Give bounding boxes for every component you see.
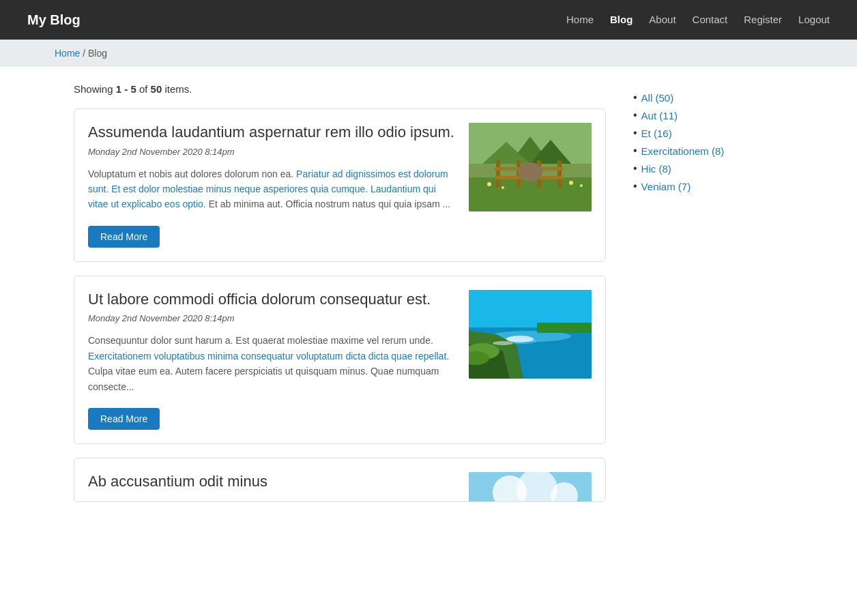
post-inner: Ab accusantium odit minus bbox=[88, 472, 592, 502]
svg-point-25 bbox=[506, 336, 534, 342]
post-excerpt: Voluptatum et nobis aut dolores dolorum … bbox=[88, 166, 455, 212]
svg-point-16 bbox=[580, 184, 583, 187]
post-date: Monday 2nd November 2020 8:14pm bbox=[88, 313, 455, 323]
post-text: Ut labore commodi officia dolorum conseq… bbox=[88, 290, 455, 430]
post-title: Assumenda laudantium aspernatur rem illo… bbox=[88, 123, 455, 143]
post-image-fence bbox=[469, 123, 592, 211]
post-image-sky bbox=[469, 472, 592, 502]
svg-point-13 bbox=[487, 182, 491, 186]
breadcrumb: Home / Blog bbox=[0, 40, 857, 67]
svg-rect-24 bbox=[537, 323, 592, 333]
post-card: Ut labore commodi officia dolorum conseq… bbox=[74, 276, 606, 444]
nav-home[interactable]: Home bbox=[566, 14, 594, 25]
svg-point-14 bbox=[502, 186, 504, 189]
post-title: Ab accusantium odit minus bbox=[88, 472, 455, 492]
post-inner: Ut labore commodi officia dolorum conseq… bbox=[88, 290, 592, 430]
nav-contact[interactable]: Contact bbox=[693, 14, 728, 25]
category-et[interactable]: Et (16) bbox=[641, 128, 672, 139]
svg-rect-6 bbox=[496, 160, 500, 188]
showing-total: 50 bbox=[151, 83, 162, 95]
post-date: Monday 2nd November 2020 8:14pm bbox=[88, 147, 455, 157]
svg-rect-1 bbox=[469, 177, 592, 211]
navbar: My Blog Home Blog About Contact Register… bbox=[0, 0, 857, 40]
post-text: Assumenda laudantium aspernatur rem illo… bbox=[88, 123, 455, 248]
main-column: Showing 1 - 5 of 50 items. Assumenda lau… bbox=[74, 83, 606, 516]
post-excerpt: Consequuntur dolor sunt harum a. Est qua… bbox=[88, 333, 455, 394]
breadcrumb-current: Blog bbox=[88, 48, 107, 59]
category-hic[interactable]: Hic (8) bbox=[641, 163, 671, 175]
breadcrumb-home[interactable]: Home bbox=[55, 48, 80, 59]
sidebar-list-item: Veniam (7) bbox=[633, 180, 783, 192]
sidebar-list-item: Hic (8) bbox=[633, 162, 783, 175]
nav-logout[interactable]: Logout bbox=[798, 14, 830, 25]
post-title: Ut labore commodi officia dolorum conseq… bbox=[88, 290, 455, 310]
sidebar-list-item: Aut (11) bbox=[633, 109, 783, 121]
svg-point-15 bbox=[569, 181, 573, 185]
nav-register[interactable]: Register bbox=[744, 14, 782, 25]
post-card: Assumenda laudantium aspernatur rem illo… bbox=[74, 108, 606, 262]
post-card-partial: Ab accusantium odit minus bbox=[74, 458, 606, 502]
category-aut[interactable]: Aut (11) bbox=[641, 110, 678, 121]
read-more-button[interactable]: Read More bbox=[88, 408, 160, 430]
post-text: Ab accusantium odit minus bbox=[88, 472, 455, 502]
svg-point-12 bbox=[518, 162, 542, 181]
svg-point-26 bbox=[493, 341, 513, 345]
sidebar-list-item: Et (16) bbox=[633, 127, 783, 139]
showing-range: 1 - 5 bbox=[116, 83, 136, 95]
post-inner: Assumenda laudantium aspernatur rem illo… bbox=[88, 123, 592, 248]
page-content: Showing 1 - 5 of 50 items. Assumenda lau… bbox=[19, 67, 838, 532]
sidebar-list-item: Exercitationem (8) bbox=[633, 145, 783, 157]
showing-text: Showing 1 - 5 of 50 items. bbox=[74, 83, 606, 95]
nav-about[interactable]: About bbox=[649, 14, 676, 25]
category-exercitationem[interactable]: Exercitationem (8) bbox=[641, 145, 725, 157]
sidebar: All (50) Aut (11) Et (16) Exercitationem… bbox=[633, 83, 783, 516]
category-list: All (50) Aut (11) Et (16) Exercitationem… bbox=[633, 91, 783, 192]
category-veniam[interactable]: Veniam (7) bbox=[641, 181, 691, 192]
breadcrumb-separator: / bbox=[83, 48, 88, 59]
sidebar-list-item: All (50) bbox=[633, 91, 783, 104]
brand-link[interactable]: My Blog bbox=[27, 12, 81, 28]
read-more-button[interactable]: Read More bbox=[88, 226, 160, 248]
svg-rect-9 bbox=[557, 160, 562, 188]
category-all[interactable]: All (50) bbox=[641, 92, 674, 104]
post-image-coast bbox=[469, 290, 592, 379]
nav-links: Home Blog About Contact Register Logout bbox=[566, 14, 830, 26]
nav-blog[interactable]: Blog bbox=[610, 14, 633, 25]
